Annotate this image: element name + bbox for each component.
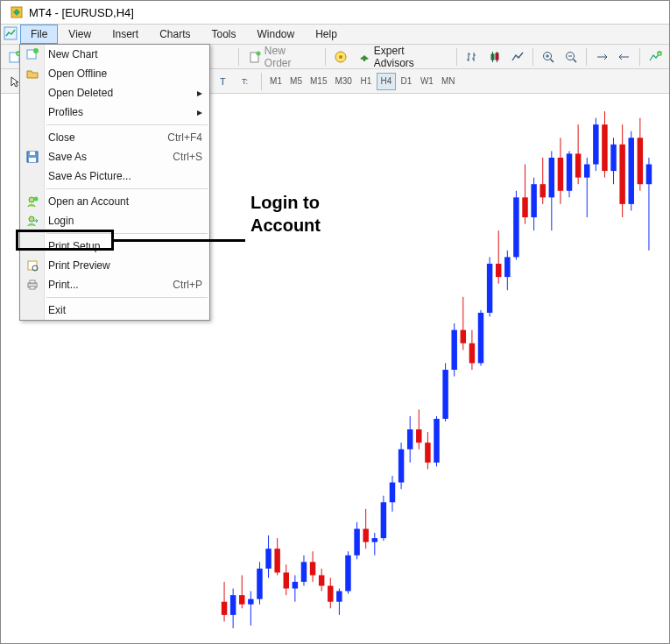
svg-rect-84 (478, 313, 483, 363)
text-label-icon[interactable]: T: (236, 72, 257, 91)
new-order-button[interactable]: New Order (243, 43, 321, 71)
menu-label: New Chart (48, 48, 98, 60)
svg-text:T: T (220, 76, 226, 87)
svg-rect-92 (513, 197, 518, 257)
svg-rect-112 (602, 124, 607, 171)
menu-label: Save As Picture... (48, 170, 131, 182)
svg-rect-120 (638, 138, 643, 184)
svg-line-15 (551, 59, 554, 62)
svg-rect-64 (390, 483, 395, 503)
svg-rect-76 (442, 370, 448, 419)
new-order-label: New Order (264, 45, 315, 69)
svg-text:T:: T: (242, 77, 248, 86)
menubar-item-tools[interactable]: Tools (201, 25, 247, 44)
svg-rect-66 (398, 449, 404, 483)
svg-rect-32 (248, 599, 253, 605)
annotation-line (114, 239, 245, 242)
titlebar: MT4 - [EURUSD,H4] (1, 1, 669, 25)
timeframe-m30[interactable]: M30 (331, 73, 355, 90)
svg-rect-135 (30, 287, 35, 289)
menu-label: Print Setup... (48, 240, 109, 252)
svg-rect-36 (265, 548, 271, 569)
svg-rect-110 (593, 124, 598, 164)
menubar-item-insert[interactable]: Insert (102, 25, 149, 44)
menu-open-offline[interactable]: Open Offline (20, 64, 209, 83)
svg-rect-56 (354, 529, 359, 556)
menu-open-account[interactable]: Open an Account (20, 192, 209, 211)
menu-label: Profiles (48, 106, 83, 118)
svg-rect-88 (496, 264, 501, 277)
svg-rect-9 (363, 59, 365, 61)
menubar-item-help[interactable]: Help (305, 25, 348, 44)
timeframe-d1[interactable]: D1 (397, 73, 416, 90)
menu-print-preview[interactable]: Print Preview (20, 256, 209, 275)
menu-new-chart[interactable]: New Chart (20, 45, 209, 64)
svg-rect-108 (584, 165, 589, 178)
svg-rect-74 (434, 419, 439, 463)
svg-rect-46 (310, 562, 315, 575)
bar-chart-icon[interactable] (462, 47, 483, 67)
menubar-item-charts[interactable]: Charts (149, 25, 201, 44)
timeframe-w1[interactable]: W1 (417, 73, 437, 90)
submenu-arrow-icon: ▸ (197, 87, 202, 99)
svg-text:+: + (658, 51, 661, 56)
menu-save-picture[interactable]: Save As Picture... (20, 166, 209, 186)
svg-rect-70 (416, 429, 421, 442)
toolbar-separator (261, 73, 262, 90)
menu-exit[interactable]: Exit (20, 301, 209, 320)
menu-profiles[interactable]: Profiles ▸ (20, 103, 209, 122)
menubar-item-file[interactable]: File (20, 25, 58, 44)
svg-point-130 (29, 216, 34, 222)
indicators-icon[interactable]: + (645, 47, 666, 67)
person-arrow-icon (25, 214, 39, 228)
menubar-item-window[interactable]: Window (247, 25, 306, 44)
autotrade-icon[interactable] (330, 47, 351, 67)
menu-close[interactable]: Close Ctrl+F4 (20, 128, 209, 147)
svg-rect-106 (575, 153, 581, 177)
timeframe-m15[interactable]: M15 (307, 73, 330, 90)
text-icon[interactable]: T (213, 72, 234, 91)
shift-icon[interactable] (614, 47, 635, 67)
svg-rect-38 (274, 548, 279, 572)
svg-rect-122 (646, 165, 652, 185)
menu-login[interactable]: Login (20, 211, 209, 230)
menu-label: Exit (48, 304, 66, 316)
svg-rect-62 (381, 502, 386, 538)
menubar-item-view[interactable]: View (58, 25, 102, 44)
timeframe-m1[interactable]: M1 (266, 73, 286, 90)
save-icon (25, 150, 39, 164)
menu-separator (46, 233, 208, 234)
menu-save-as[interactable]: Save As Ctrl+S (20, 147, 209, 166)
svg-rect-94 (522, 197, 527, 217)
menu-separator (46, 297, 208, 298)
timeframe-m5[interactable]: M5 (286, 73, 306, 90)
menu-open-deleted[interactable]: Open Deleted ▸ (20, 83, 209, 103)
zoom-out-icon[interactable] (561, 47, 582, 67)
line-chart-icon[interactable] (507, 47, 528, 67)
svg-rect-127 (29, 158, 36, 162)
menu-separator (46, 124, 208, 125)
svg-rect-86 (487, 264, 492, 313)
svg-point-128 (29, 197, 34, 202)
timeframe-h4[interactable]: H4 (377, 73, 396, 90)
timeframe-row: M1M5M15M30H1H4D1W1MN (266, 73, 458, 90)
print-preview-icon (25, 258, 39, 272)
svg-rect-42 (293, 582, 298, 589)
toolbar-separator (325, 48, 326, 66)
zoom-in-icon[interactable] (538, 47, 559, 67)
svg-rect-114 (610, 145, 616, 171)
svg-rect-96 (531, 184, 536, 217)
svg-rect-100 (549, 158, 554, 197)
candle-chart-icon[interactable] (484, 47, 505, 67)
expert-advisors-button[interactable]: Expert Advisors (353, 43, 452, 71)
timeframe-mn[interactable]: MN (438, 73, 459, 90)
svg-rect-48 (319, 575, 324, 585)
scroll-icon[interactable] (591, 47, 612, 67)
timeframe-h1[interactable]: H1 (356, 73, 376, 90)
menu-print[interactable]: Print... Ctrl+P (20, 275, 209, 294)
toolbar-separator (639, 48, 640, 66)
svg-rect-58 (363, 529, 368, 542)
svg-rect-90 (504, 257, 510, 277)
printer-icon (25, 278, 39, 292)
svg-rect-72 (425, 442, 430, 463)
